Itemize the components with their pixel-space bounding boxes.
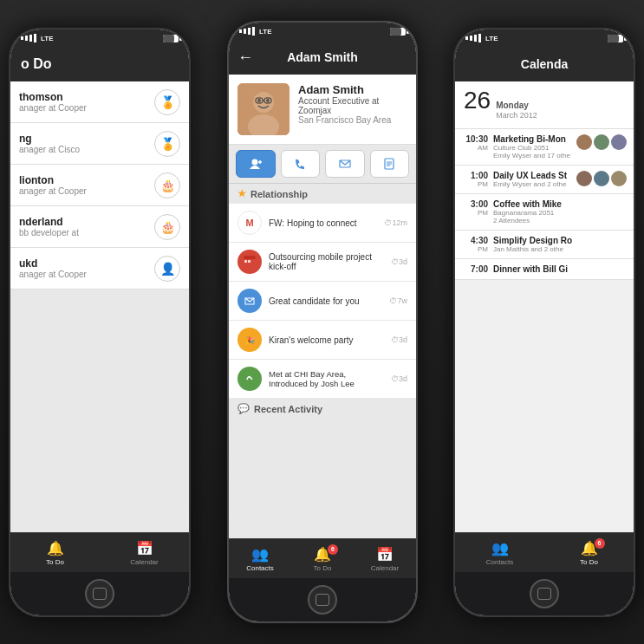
add-contact-button[interactable] (236, 150, 276, 178)
home-button-inner-right (537, 588, 551, 600)
cal-time-1: 10:30 AM (462, 134, 488, 152)
tab-contacts-center[interactable]: 👥 Contacts (229, 546, 291, 572)
activity-meet-text: Met at CHI Bay Area, Introduced by Josh … (269, 369, 384, 388)
center-content: Adam Smith Account Executive at Zoomjax … (229, 75, 416, 538)
gmail-icon: M (237, 211, 262, 235)
cal-ampm-4: PM (462, 245, 488, 253)
avatar-face (237, 83, 289, 135)
activity-cal-text: Outsourcing mobile project kick-off (269, 252, 384, 271)
cal-event-1-avatars (576, 134, 627, 150)
cal-day-num: 26 (464, 88, 491, 113)
status-bar-center: LTE (229, 23, 416, 40)
contact-profile: Adam Smith Account Executive at Zoomjax … (229, 75, 416, 145)
cal-events-list: 10:30 AM Marketing Bi-Mon Culture Club 2… (455, 129, 634, 532)
cal-event-1-sub: Culture Club 2051 (493, 144, 573, 152)
todo-header: o Do (10, 47, 189, 81)
cal-event-1-content: Marketing Bi-Mon Culture Club 2051 Emily… (493, 134, 627, 159)
relationship-header: ★ Relationship (229, 184, 416, 204)
cal-event-5-title: Dinner with Bill Gi (493, 264, 627, 274)
activity-party[interactable]: 🎉 Kiran's welcome party ⏱3d (229, 321, 416, 360)
cal-event-4-info: Simplify Design Ro Jan Matthis and 2 oth… (493, 236, 627, 253)
tab-todo-center[interactable]: 🔔 6 To Do (291, 546, 354, 572)
calendar-icon-center: 📅 (376, 546, 394, 563)
activity-gmail-content: FW: Hoping to connect (269, 218, 377, 228)
home-area-right (455, 572, 634, 615)
tab-calendar-left[interactable]: 📅 Calendar (100, 540, 189, 566)
tab-todo-right[interactable]: 🔔 6 To Do (544, 540, 634, 566)
svg-rect-19 (248, 260, 250, 263)
back-button-center[interactable]: ← (237, 49, 253, 67)
cal-time-main-1: 10:30 (462, 134, 488, 144)
party-svg: 🎉 (244, 334, 256, 346)
cal-event-1-attendees: Emily Wyser and 17 othe (493, 152, 573, 159)
activity-gmail[interactable]: M FW: Hoping to connect ⏱12m (229, 204, 416, 243)
svg-point-3 (257, 99, 261, 102)
email-icon (339, 158, 351, 170)
cal-date-header: 26 Monday March 2012 (455, 81, 634, 129)
cal-event-3[interactable]: 3:00 PM Coffee with Mike Bagnanarama 205… (455, 194, 634, 231)
nav-title-center: Adam Smith (287, 50, 358, 64)
activity-gmail-text: FW: Hoping to connect (269, 218, 377, 228)
action-buttons (229, 145, 416, 184)
cal-event-2[interactable]: 1:00 PM Daily UX Leads St Emily Wyser an… (455, 166, 634, 194)
activity-email-content: Great candidate for you (269, 296, 382, 306)
home-button-right[interactable] (530, 579, 559, 608)
note-button[interactable] (370, 150, 410, 178)
cal-event-5-content: Dinner with Bill Gi (493, 264, 627, 274)
cal-ampm-1: AM (462, 144, 488, 152)
cal-header: Calenda (455, 47, 634, 81)
svg-rect-18 (244, 260, 247, 263)
email-activity-icon (237, 289, 262, 313)
cal-event-4[interactable]: 4:30 PM Simplify Design Ro Jan Matthis a… (455, 231, 634, 259)
activity-email-time: ⏱7w (389, 296, 407, 305)
party-activity-icon: 🎉 (237, 328, 262, 352)
activity-party-content: Kiran's welcome party (269, 335, 384, 345)
activity-meet-content: Met at CHI Bay Area, Introduced by Josh … (269, 369, 384, 388)
attendee-3 (611, 134, 627, 150)
tab-todo-left[interactable]: 🔔 To Do (10, 540, 100, 566)
activity-cal[interactable]: Outsourcing mobile project kick-off ⏱3d (229, 243, 416, 282)
phone-button[interactable] (281, 150, 321, 178)
activity-meet[interactable]: Met at CHI Bay Area, Introduced by Josh … (229, 360, 416, 399)
todo-item-1-icon: 🏅 (154, 89, 180, 115)
tab-contacts-right[interactable]: 👥 Contacts (455, 540, 544, 566)
email-button[interactable] (325, 150, 365, 178)
signal-bar-r3 (474, 35, 477, 42)
cal-event-1-info: Marketing Bi-Mon Culture Club 2051 Emily… (493, 134, 573, 159)
todo-item-2-sub: anager at Cisco (19, 145, 154, 154)
activity-meet-time: ⏱3d (391, 374, 407, 383)
todo-item-5[interactable]: ukd anager at Cooper 👤 (10, 248, 189, 289)
calendar-icon-left: 📅 (136, 540, 153, 556)
signal-bar-r2 (470, 36, 472, 41)
tab-contacts-label-right: Contacts (486, 558, 514, 566)
todo-item-4-icon: 🎂 (154, 214, 180, 240)
signal-center: LTE (239, 27, 272, 36)
attendee-1 (576, 134, 592, 150)
home-button-left[interactable] (85, 579, 114, 608)
star-icon: ★ (237, 188, 246, 199)
signal-left: LTE (21, 34, 54, 42)
phone-center-screen: LTE ← Adam Smith (229, 23, 416, 621)
todo-item-2[interactable]: ng anager at Cisco 🏅 (10, 123, 189, 165)
cal-event-4-title: Simplify Design Ro (493, 236, 627, 245)
tab-calendar-center[interactable]: 📅 Calendar (354, 546, 416, 572)
home-button-center[interactable] (308, 585, 337, 615)
scene: LTE o Do thomson anager at Cooper (0, 0, 644, 644)
todo-item-3-name: lionton (19, 174, 154, 186)
todo-item-4-sub: bb developer at (19, 228, 154, 237)
recent-activity-label: Recent Activity (254, 404, 322, 414)
phone-left-screen: LTE o Do thomson anager at Cooper (10, 29, 189, 615)
todo-item-4[interactable]: nderland bb developer at 🎂 (10, 206, 189, 248)
cal-event-3-attendees: 2 Attendees (493, 217, 627, 224)
cal-event-5[interactable]: 7:00 Dinner with Bill Gi (455, 259, 634, 280)
cal-day-details: Monday March 2012 (496, 101, 537, 121)
activity-cal-content: Outsourcing mobile project kick-off (269, 252, 384, 271)
cal-event-1[interactable]: 10:30 AM Marketing Bi-Mon Culture Club 2… (455, 129, 634, 166)
todo-item-3[interactable]: lionton anager at Cooper 🎂 (10, 165, 189, 206)
tab-todo-label-center: To Do (314, 564, 332, 572)
activity-email[interactable]: Great candidate for you ⏱7w (229, 282, 416, 321)
todo-item-1[interactable]: thomson anager at Cooper 🏅 (10, 81, 189, 123)
todo-item-2-info: ng anager at Cisco (19, 133, 154, 154)
contact-location: San Francisco Bay Area (298, 115, 407, 125)
home-button-inner-center (315, 594, 329, 606)
